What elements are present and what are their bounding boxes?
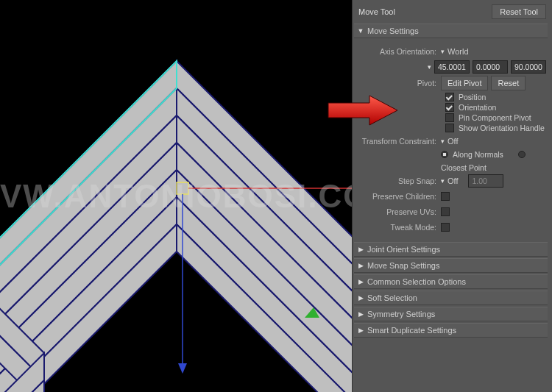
chevron-right-icon: ▶ — [357, 294, 364, 302]
section-move-settings: ▼ Move Settings Axis Orientation: ▾ Worl… — [354, 24, 548, 240]
orientation-checkbox-label: Orientation — [459, 103, 496, 112]
along-normals-radio[interactable] — [441, 151, 448, 158]
position-checkbox[interactable] — [445, 93, 454, 101]
chevron-right-icon: ▶ — [357, 246, 364, 253]
closest-point-radio[interactable] — [518, 151, 526, 158]
preserve-children-label: Preserve Children: — [355, 192, 441, 201]
preserve-children-checkbox[interactable] — [441, 192, 450, 201]
section-title: Soft Selection — [367, 293, 417, 302]
section-title: Symmetry Settings — [367, 310, 435, 318]
section-header-soft-selection[interactable]: ▶Soft Selection — [354, 291, 548, 305]
rot-y-field[interactable] — [473, 60, 508, 74]
chevron-down-icon: ▾ — [441, 48, 445, 55]
closest-point-label: Closest Point — [441, 163, 486, 172]
reset-pivot-button[interactable]: Reset — [491, 76, 526, 90]
viewport-canvas — [0, 0, 352, 392]
axis-orientation-dropdown[interactable]: ▾ World — [441, 47, 546, 56]
chevron-right-icon: ▶ — [357, 310, 364, 318]
chevron-down-icon: ▼ — [357, 27, 364, 35]
panel-title: Move Tool — [358, 7, 395, 16]
pin-component-pivot-checkbox[interactable] — [445, 113, 454, 122]
edit-pivot-button[interactable]: Edit Pivot — [441, 76, 488, 90]
section-title: Common Selection Options — [367, 277, 466, 286]
section-header-common-selection[interactable]: ▶Common Selection Options — [354, 274, 548, 289]
section-title: Move Snap Settings — [367, 261, 439, 270]
transform-constraint-value: Off — [447, 137, 458, 146]
chevron-right-icon: ▶ — [357, 278, 364, 285]
step-snap-value[interactable]: Off — [447, 177, 458, 185]
step-snap-amount — [468, 174, 503, 188]
chevron-down-icon: ▾ — [428, 63, 431, 71]
preserve-uvs-checkbox[interactable] — [441, 207, 450, 216]
pivot-label: Pivot: — [355, 79, 441, 88]
viewport-3d[interactable]: VW.ANTONIOBOSI.COM — [0, 0, 352, 392]
rot-x-field[interactable] — [434, 60, 470, 74]
reset-tool-button[interactable]: Reset Tool — [492, 4, 546, 19]
show-orientation-handle-checkbox[interactable] — [445, 124, 454, 132]
section-header-smart-duplicate[interactable]: ▶Smart Duplicate Settings — [354, 323, 548, 338]
section-title: Smart Duplicate Settings — [367, 326, 456, 335]
pin-component-pivot-label: Pin Component Pivot — [459, 113, 531, 122]
chevron-down-icon: ▾ — [441, 138, 445, 145]
chevron-right-icon: ▶ — [357, 262, 364, 269]
position-checkbox-label: Position — [459, 93, 486, 101]
transform-constraint-dropdown[interactable]: ▾ Off — [441, 137, 546, 146]
axis-orientation-value: World — [447, 47, 469, 56]
chevron-down-icon: ▾ — [441, 177, 445, 185]
tweak-mode-checkbox[interactable] — [441, 223, 450, 232]
orientation-checkbox[interactable] — [445, 103, 454, 112]
tool-settings-panel: Move Tool Reset Tool ▼ Move Settings Axi… — [352, 0, 552, 392]
show-orientation-handle-label: Show Orientation Handle — [459, 124, 545, 132]
section-header-move-settings[interactable]: ▼ Move Settings — [354, 24, 548, 38]
along-normals-label: Along Normals — [453, 150, 503, 159]
section-title: Move Settings — [367, 26, 419, 35]
section-header-move-snap[interactable]: ▶Move Snap Settings — [354, 258, 548, 273]
rot-z-field[interactable] — [511, 60, 546, 74]
tweak-mode-label: Tweak Mode: — [355, 223, 441, 232]
preserve-uvs-label: Preserve UVs: — [355, 207, 441, 216]
axis-orientation-label: Axis Orientation: — [355, 47, 441, 56]
section-title: Joint Orient Settings — [367, 245, 440, 254]
step-snap-label: Step Snap: — [355, 177, 441, 185]
chevron-right-icon: ▶ — [357, 327, 364, 334]
section-header-joint-orient[interactable]: ▶Joint Orient Settings — [354, 242, 548, 257]
svg-marker-19 — [178, 363, 187, 374]
transform-constraint-label: Transform Constraint: — [355, 137, 441, 146]
section-header-symmetry[interactable]: ▶Symmetry Settings — [354, 307, 548, 321]
